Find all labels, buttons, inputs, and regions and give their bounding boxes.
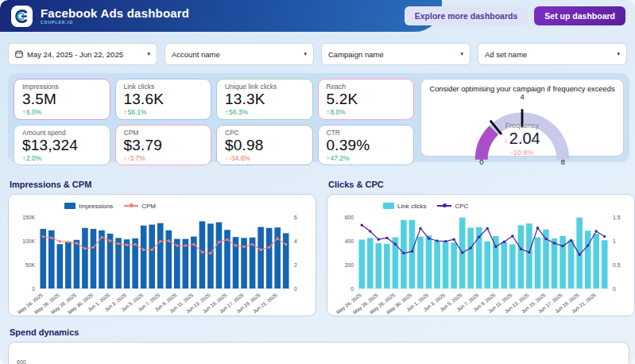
kpi-value: 5.2K (327, 91, 406, 108)
svg-text:600: 600 (345, 215, 354, 220)
impressions-cpm-chart[interactable]: 050K100K150K0246May 24, 2025May 26, 2025… (15, 211, 311, 316)
kpi-label: Reach (327, 83, 406, 91)
account-name-filter[interactable]: Account name ▾ (165, 43, 314, 65)
legend-bar-swatch (64, 203, 76, 209)
svg-text:0: 0 (479, 158, 483, 166)
page-title: Facebook Ads dashboard (41, 7, 189, 20)
kpi-card-amount-spend: Amount spend $13,324 ↑2.0% (14, 125, 110, 166)
svg-text:1: 1 (613, 238, 616, 244)
svg-text:4: 4 (294, 238, 297, 244)
legend-item[interactable]: CPC (437, 203, 468, 210)
impressions-cpm-chart-card: ImpressionsCPM 050K100K150K0246May 24, 2… (8, 194, 316, 316)
frequency-gauge-card: Consider optimising your campaign if fre… (420, 79, 624, 157)
svg-text:2: 2 (294, 262, 297, 268)
dashboard-page: Facebook Ads dashboard COUPLER.IO Explor… (0, 0, 635, 364)
delta-arrow-icon: ↑ (124, 109, 127, 116)
legend-item[interactable]: Link clicks (383, 203, 426, 210)
kpi-label: Amount spend (22, 129, 102, 137)
legend-bar-swatch (383, 203, 394, 209)
header-banner: Facebook Ads dashboard COUPLER.IO (0, 0, 442, 32)
legend-item[interactable]: CPM (124, 203, 156, 210)
frequency-gauge: 0 8 Frequency ↓2.04 -10.8% (447, 102, 598, 154)
kpi-value: $3.79 (124, 137, 203, 154)
campaign-name-filter[interactable]: Campaign name ▾ (321, 43, 470, 65)
chart-legend: Link clicksCPC (383, 201, 629, 211)
kpi-card-cpc: CPC $0.98 ↓-34.6% (216, 125, 313, 166)
legend-item[interactable]: Impressions (64, 203, 113, 210)
svg-text:100K: 100K (22, 238, 35, 244)
date-range-value: May 24, 2025 - Jun 22, 2025 (27, 50, 143, 59)
svg-text:0: 0 (294, 286, 297, 292)
logo-subtitle: COUPLER.IO (41, 20, 189, 25)
filter-bar: May 24, 2025 - Jun 22, 2025 ▾ Account na… (8, 43, 627, 65)
svg-text:0: 0 (32, 286, 35, 292)
charts-row: Impressions & CPM ImpressionsCPM 050K100… (8, 180, 629, 316)
svg-text:50K: 50K (25, 262, 36, 268)
kpi-value: 13.6K (124, 91, 203, 108)
clicks-cpc-chart[interactable]: 020040060000.511.5May 24, 2025May 26, 20… (334, 211, 629, 316)
chevron-down-icon: ▾ (617, 51, 620, 57)
chart-legend: ImpressionsCPM (64, 201, 311, 211)
kpi-card-reach: Reach 5.2K ↑8.0% (318, 79, 415, 120)
gauge-note: Consider optimising your campaign if fre… (428, 85, 617, 101)
gauge-readout: Frequency ↓2.04 -10.8% (447, 122, 598, 157)
kpi-delta: ↓-34.6% (225, 154, 304, 163)
kpi-label: CPM (124, 129, 203, 137)
title-block: Facebook Ads dashboard COUPLER.IO (41, 7, 189, 25)
date-range-filter[interactable]: May 24, 2025 - Jun 22, 2025 ▾ (8, 43, 157, 65)
svg-text:8: 8 (561, 158, 565, 166)
legend-line-swatch (124, 205, 138, 207)
spend-dynamics-title: Spend dynamics (10, 327, 629, 337)
kpi-card-cpm: CPM $3.79 ↓-3.7% (115, 125, 212, 166)
set-up-dashboard-button[interactable]: Set up dashboard (534, 6, 625, 25)
coupler-logo-icon (14, 9, 29, 24)
kpi-card-unique-link-clicks: Unique link clicks 13.3K ↑56.3% (216, 79, 313, 120)
kpi-delta: ↑56.3% (225, 108, 304, 117)
svg-text:0: 0 (613, 286, 616, 292)
delta-arrow-icon: ↑ (225, 109, 228, 116)
kpi-label: Unique link clicks (225, 83, 304, 91)
delta-arrow-icon: ↑ (327, 109, 330, 116)
explore-more-dashboards-button[interactable]: Explore more dashboards (405, 6, 529, 25)
kpi-card-ctr: CTR 0.39% ↑47.2% (318, 125, 415, 166)
legend-line-swatch (437, 205, 451, 207)
kpi-delta: ↑8.0% (327, 108, 406, 117)
kpi-label: CTR (327, 129, 406, 137)
impressions-cpm-section: Impressions & CPM ImpressionsCPM 050K100… (8, 180, 316, 316)
kpi-label: Link clicks (124, 83, 203, 91)
kpi-delta: ↓-3.7% (124, 154, 203, 163)
kpi-delta: ↑6.0% (22, 108, 102, 117)
kpi-card-impressions: Impressions 3.5M ↑6.0% (14, 79, 110, 120)
kpi-card-link-clicks: Link clicks 13.6K ↑56.1% (115, 79, 212, 120)
clicks-cpc-section: Clicks & CPC Link clicksCPC 020040060000… (327, 180, 635, 316)
account-name-value: Account name (172, 50, 300, 59)
kpi-value: 3.5M (22, 91, 102, 108)
svg-text:0: 0 (350, 286, 354, 292)
chevron-down-icon: ▾ (460, 51, 463, 57)
kpi-grid: Impressions 3.5M ↑6.0% Link clicks 13.6K… (14, 79, 414, 157)
coupler-logo[interactable] (11, 6, 33, 27)
delta-arrow-icon: ↓ (124, 155, 127, 162)
kpi-delta: ↑56.1% (124, 108, 203, 117)
axis-tick-label: 600 (17, 359, 26, 364)
kpi-delta: ↑2.0% (22, 154, 102, 163)
kpi-value: 0.39% (327, 137, 406, 154)
delta-down-arrow-icon: ↓ (504, 136, 508, 144)
clicks-cpc-chart-card: Link clicksCPC 020040060000.511.5May 24,… (327, 194, 635, 316)
svg-text:200: 200 (345, 262, 354, 268)
impressions-cpm-title: Impressions & CPM (10, 180, 316, 189)
delta-arrow-icon: ↑ (22, 155, 25, 162)
ad-set-name-value: Ad set name (485, 50, 613, 59)
delta-arrow-icon: ↓ (225, 155, 228, 162)
clicks-cpc-title: Clicks & CPC (328, 180, 635, 189)
svg-text:0.5: 0.5 (613, 262, 621, 268)
spend-dynamics-section: Spend dynamics 600 (8, 327, 629, 364)
kpi-delta: ↑47.2% (327, 154, 406, 163)
header-actions: Explore more dashboards Set up dashboard (405, 6, 625, 25)
delta-arrow-icon: ↑ (327, 155, 330, 162)
svg-text:150K: 150K (22, 215, 35, 220)
spend-dynamics-chart-card: 600 (8, 342, 629, 364)
svg-text:6: 6 (294, 215, 297, 220)
ad-set-name-filter[interactable]: Ad set name ▾ (478, 43, 627, 65)
calendar-icon (15, 50, 23, 58)
